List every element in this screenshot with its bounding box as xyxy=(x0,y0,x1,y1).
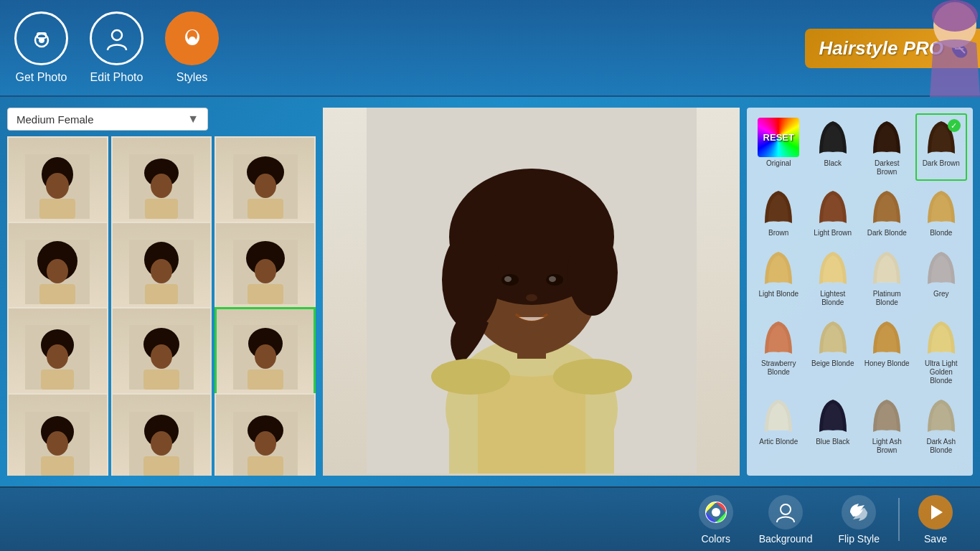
color-label-grey: Grey xyxy=(933,290,949,298)
style-item-61[interactable]: 61 xyxy=(7,307,108,408)
svg-point-41 xyxy=(151,344,172,369)
svg-point-25 xyxy=(47,259,68,283)
edit-photo-button[interactable]: Edit Photo xyxy=(90,11,143,84)
hairstyle-icon xyxy=(165,11,219,65)
style-item-62[interactable]: 62 xyxy=(111,307,212,408)
edit-photo-label: Edit Photo xyxy=(90,71,143,84)
color-item-honey-blonde[interactable]: Honey Blonde xyxy=(861,314,913,390)
flip-style-button[interactable]: Flip Style xyxy=(825,489,892,550)
color-label-blue-black: Blue Black xyxy=(816,438,849,446)
artic-blonde-swatch xyxy=(758,396,799,435)
background-button[interactable]: Background xyxy=(746,489,826,550)
color-item-black[interactable]: Black xyxy=(807,113,859,181)
background-label: Background xyxy=(759,533,813,545)
svg-point-57 xyxy=(255,431,276,456)
svg-rect-34 xyxy=(248,284,283,304)
color-item-grey[interactable]: Grey xyxy=(915,244,968,311)
svg-point-37 xyxy=(47,344,68,369)
color-panel: RESET Original Black Darkest Brown xyxy=(747,108,973,476)
svg-point-73 xyxy=(553,359,632,395)
save-icon xyxy=(918,495,953,529)
get-photo-button[interactable]: Get Photo xyxy=(14,11,68,84)
left-panel: Medium Female ▼ 55 56 xyxy=(7,108,316,476)
svg-rect-18 xyxy=(145,199,178,219)
svg-point-69 xyxy=(504,276,512,282)
color-item-blonde[interactable]: Blonde xyxy=(915,183,968,242)
color-label-lightest-blonde: Lightest Blonde xyxy=(810,290,857,307)
svg-point-75 xyxy=(712,508,720,517)
color-item-light-ash-brown[interactable]: Light Ash Brown xyxy=(861,392,913,459)
svg-rect-22 xyxy=(248,199,283,219)
color-item-platinum-blonde[interactable]: Platinum Blonde xyxy=(861,244,913,311)
strawberry-blonde-swatch xyxy=(758,318,799,357)
save-label: Save xyxy=(924,533,947,545)
svg-point-29 xyxy=(151,259,172,283)
color-label-honey-blonde: Honey Blonde xyxy=(864,359,910,368)
color-label-beige-blonde: Beige Blonde xyxy=(811,359,854,368)
color-item-dark-brown[interactable]: ✓ Dark Brown xyxy=(915,113,968,181)
light-blonde-swatch xyxy=(758,248,799,288)
logo-area: Hairstyle PRO xyxy=(793,0,980,97)
color-item-dark-blonde[interactable]: Dark Blonde xyxy=(861,183,913,242)
color-item-original[interactable]: RESET Original xyxy=(753,113,805,181)
preview-photo xyxy=(323,108,740,476)
flip-style-label: Flip Style xyxy=(838,533,880,545)
color-label-black: Black xyxy=(824,159,842,168)
ultra-light-golden-blonde-swatch xyxy=(920,318,962,357)
dark-ash-blonde-swatch xyxy=(920,396,962,435)
main-preview-image xyxy=(367,108,697,474)
style-item-66[interactable]: 66 xyxy=(215,393,316,476)
colors-button[interactable]: Colors xyxy=(686,489,746,550)
save-button[interactable]: Save xyxy=(905,489,966,550)
color-item-light-brown[interactable]: Light Brown xyxy=(807,183,859,242)
color-label-light-brown: Light Brown xyxy=(814,229,852,237)
svg-point-76 xyxy=(781,504,791,514)
color-item-beige-blonde[interactable]: Beige Blonde xyxy=(807,314,859,390)
color-label-ultra-light-golden-blonde: Ultra Light Golden Blonde xyxy=(918,359,965,385)
style-item-63[interactable]: ✓ xyxy=(215,307,316,408)
colors-grid: RESET Original Black Darkest Brown xyxy=(753,113,967,459)
color-label-light-blonde: Light Blonde xyxy=(758,290,798,298)
color-item-ultra-light-golden-blonde[interactable]: Ultra Light Golden Blonde xyxy=(915,314,968,390)
lightest-blonde-swatch xyxy=(812,248,854,288)
svg-rect-14 xyxy=(39,199,75,219)
color-item-lightest-blonde[interactable]: Lightest Blonde xyxy=(807,244,859,311)
styles-grid: 55 56 xyxy=(7,136,316,476)
svg-point-17 xyxy=(151,174,172,198)
color-label-artic-blonde: Artic Blonde xyxy=(759,438,798,446)
color-label-original: Original xyxy=(766,159,791,168)
svg-rect-38 xyxy=(41,369,74,390)
darkest-brown-swatch xyxy=(866,118,908,157)
svg-rect-30 xyxy=(145,284,178,304)
reset-swatch: RESET xyxy=(758,118,799,157)
background-icon xyxy=(768,495,803,529)
style-item-65[interactable]: 65 xyxy=(111,393,212,476)
styles-button[interactable]: Styles xyxy=(165,11,219,84)
light-ash-brown-swatch xyxy=(866,396,908,435)
svg-rect-46 xyxy=(248,369,283,390)
color-item-blue-black[interactable]: Blue Black xyxy=(807,392,859,459)
color-item-light-blonde[interactable]: Light Blonde xyxy=(753,244,805,311)
svg-marker-77 xyxy=(931,505,943,519)
style-item-64[interactable]: 64 xyxy=(7,393,108,476)
color-item-artic-blonde[interactable]: Artic Blonde xyxy=(753,392,805,459)
color-item-strawberry-blonde[interactable]: Strawberry Blonde xyxy=(753,314,805,390)
main-content: Medium Female ▼ 55 56 xyxy=(0,97,980,486)
camera-icon xyxy=(14,11,68,65)
svg-point-70 xyxy=(549,276,556,282)
style-category-dropdown[interactable]: Medium Female ▼ xyxy=(7,108,208,131)
svg-point-53 xyxy=(151,431,172,456)
color-item-darkest-brown[interactable]: Darkest Brown xyxy=(861,113,913,181)
color-label-blonde: Blonde xyxy=(930,229,952,237)
person-icon xyxy=(90,11,143,65)
color-label-strawberry-blonde: Strawberry Blonde xyxy=(755,359,802,377)
dark-brown-swatch: ✓ xyxy=(920,118,962,157)
dark-blonde-swatch xyxy=(866,187,908,227)
color-item-brown[interactable]: Brown xyxy=(753,183,805,242)
svg-point-33 xyxy=(255,259,276,283)
svg-point-66 xyxy=(567,230,618,316)
black-swatch xyxy=(812,118,854,157)
chevron-down-icon: ▼ xyxy=(187,113,199,126)
color-label-darkest-brown: Darkest Brown xyxy=(864,159,910,176)
color-item-dark-ash-blonde[interactable]: Dark Ash Blonde xyxy=(915,392,968,459)
